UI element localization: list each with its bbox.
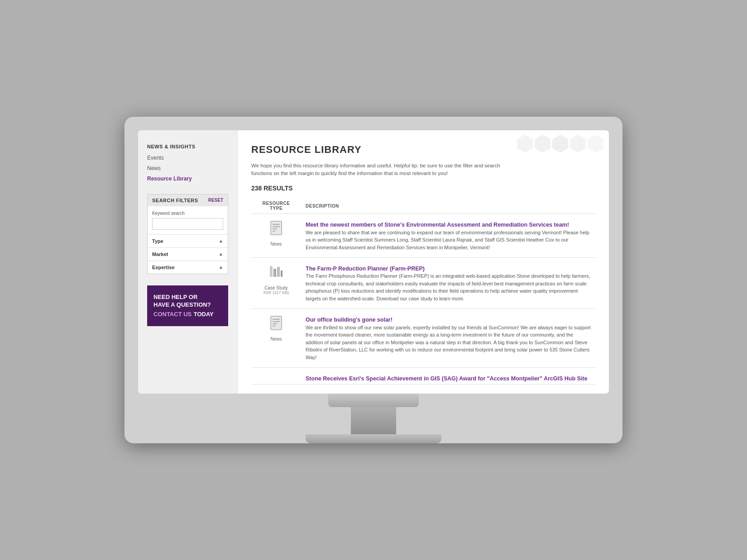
svg-rect-13: [273, 326, 275, 327]
svg-rect-10: [273, 319, 280, 320]
table-row: Case Study PDF (317 KB) The Farm-P Reduc…: [251, 258, 595, 309]
keyword-search-input[interactable]: [152, 218, 223, 230]
svg-rect-1: [273, 224, 280, 225]
result-desc-1: We are pleased to share that we are cont…: [306, 229, 591, 252]
contact-us-link[interactable]: CONTACT US: [153, 311, 192, 318]
col-description: DESCRIPTION: [301, 198, 595, 214]
news-icon-2: [256, 315, 297, 335]
expertise-filter-row[interactable]: Expertise ▲: [148, 261, 228, 274]
svg-rect-11: [273, 321, 280, 322]
contact-today-text: TODAY: [194, 311, 214, 318]
news-icon: [256, 220, 297, 240]
result-desc-cell-1: Meet the newest members of Stone's Envir…: [301, 214, 595, 258]
svg-rect-3: [273, 228, 277, 229]
resource-type-label-2: Case Study: [256, 285, 297, 290]
sidebar: NEWS & INSIGHTS Events News Resource Lib…: [138, 130, 238, 394]
monitor-stand-top: [328, 394, 419, 407]
svg-rect-8: [281, 271, 283, 277]
search-filters-title: SEARCH FILTERS: [152, 198, 198, 203]
monitor-stand-base: [306, 434, 441, 443]
resource-type-cell-3: News: [251, 309, 301, 368]
search-filters-body: Keyword search: [148, 206, 228, 234]
main-content: RESOURCE LIBRARY We hope you find this r…: [238, 130, 609, 394]
result-title-4[interactable]: Stone Receives Esri's Special Achievemen…: [306, 375, 587, 382]
page-intro: We hope you find this resource library i…: [251, 162, 514, 178]
resource-type-label-3: News: [256, 337, 297, 342]
result-title-3[interactable]: Our office building's gone solar!: [306, 317, 393, 323]
results-table: RESOURCE TYPE DESCRIPTION: [251, 198, 595, 384]
resource-type-cell-2: Case Study PDF (317 KB): [251, 258, 301, 309]
type-filter-label: Type: [152, 238, 163, 244]
hex-4: [570, 135, 586, 153]
contact-box: NEED HELP OR HAVE A QUESTION? CONTACT US…: [147, 285, 228, 326]
search-filters-box: SEARCH FILTERS RESET Keyword search Type…: [147, 194, 228, 274]
svg-rect-9: [271, 316, 282, 330]
svg-rect-4: [273, 231, 275, 232]
result-desc-2: The Farm Phosphorus Reduction Planner (F…: [306, 272, 591, 302]
svg-rect-7: [277, 267, 280, 277]
svg-rect-5: [270, 266, 273, 277]
results-count: 238 RESULTS: [251, 185, 595, 192]
result-desc-cell-2: The Farm-P Reduction Planner (Farm-PREP)…: [301, 258, 595, 309]
contact-line1: NEED HELP OR: [153, 294, 222, 301]
market-filter-row[interactable]: Market ▲: [148, 247, 228, 261]
result-desc-cell-4: Stone Receives Esri's Special Achievemen…: [301, 368, 595, 384]
hex-3: [552, 135, 568, 153]
expertise-filter-label: Expertise: [152, 265, 175, 270]
col-resource-type: RESOURCE TYPE: [251, 198, 301, 214]
table-row: News Our office building's gone solar! W…: [251, 309, 595, 368]
result-title-1[interactable]: Meet the newest members of Stone's Envir…: [306, 222, 569, 228]
resource-type-label-1: News: [256, 242, 297, 247]
result-desc-3: We are thrilled to show off our new sola…: [306, 324, 591, 361]
hex-2: [535, 135, 551, 153]
market-filter-arrow: ▲: [219, 252, 223, 256]
table-row: News Meet the newest members of Stone's …: [251, 214, 595, 258]
svg-rect-2: [273, 226, 280, 227]
table-row: Stone Receives Esri's Special Achievemen…: [251, 368, 595, 384]
type-filter-arrow: ▲: [219, 238, 223, 243]
sidebar-item-resource-library[interactable]: Resource Library: [147, 175, 228, 183]
svg-rect-0: [271, 221, 282, 235]
svg-rect-12: [273, 323, 277, 324]
market-filter-label: Market: [152, 252, 168, 257]
reset-button[interactable]: RESET: [208, 198, 223, 203]
hex-decoration: [516, 135, 604, 153]
resource-sublabel-2: PDF (317 KB): [256, 290, 297, 295]
sidebar-item-events[interactable]: Events: [147, 154, 228, 162]
monitor-stand-neck: [351, 407, 396, 434]
type-filter-row[interactable]: Type ▲: [148, 234, 228, 247]
keyword-label: Keyword search: [152, 211, 223, 216]
hex-5: [588, 135, 603, 153]
expertise-filter-arrow: ▲: [219, 265, 223, 270]
case-study-icon: [256, 264, 297, 284]
sidebar-item-news[interactable]: News: [147, 164, 228, 172]
resource-type-cell: News: [251, 214, 301, 258]
result-title-2[interactable]: The Farm-P Reduction Planner (Farm-PREP): [306, 266, 425, 272]
resource-type-cell-4: [251, 368, 301, 384]
svg-rect-6: [273, 269, 276, 277]
hex-1: [517, 135, 533, 153]
sidebar-section-title: NEWS & INSIGHTS: [147, 144, 228, 149]
search-filters-header: SEARCH FILTERS RESET: [148, 195, 228, 206]
contact-line2: HAVE A QUESTION?: [153, 301, 222, 308]
result-desc-cell-3: Our office building's gone solar! We are…: [301, 309, 595, 368]
sidebar-nav: Events News Resource Library: [147, 154, 228, 183]
